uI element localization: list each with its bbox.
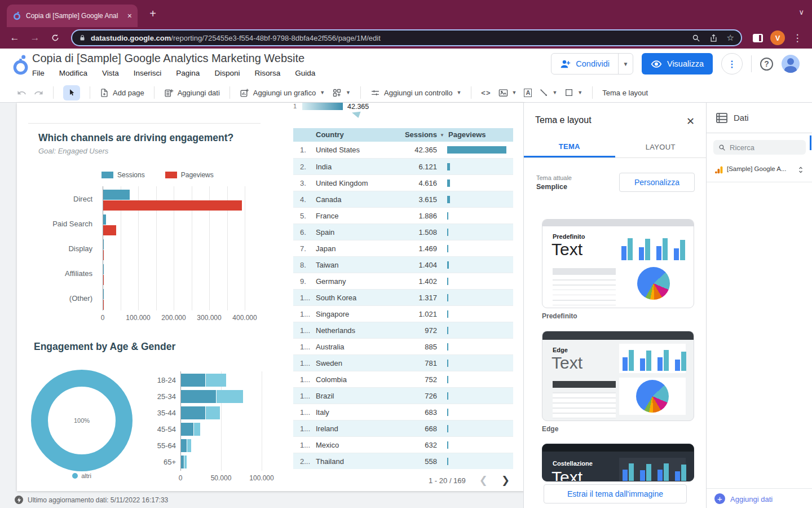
share-dropdown-caret[interactable]: ▼ xyxy=(618,54,633,74)
table-row-netherlands[interactable]: 1...Netherlands972 xyxy=(293,322,513,338)
user-avatar[interactable] xyxy=(782,55,800,73)
table-row-sweden[interactable]: 1...Sweden781 xyxy=(293,354,513,371)
menu-risorsa[interactable]: Risorsa xyxy=(254,69,280,77)
add-shape-button[interactable]: ▼ xyxy=(564,88,582,97)
table-row-india[interactable]: 2.India6.121 xyxy=(293,158,513,174)
view-button[interactable]: Visualizza xyxy=(642,53,713,75)
table-row-united-states[interactable]: 1.United States42.365 xyxy=(293,142,513,158)
age-bar-seg2-4[interactable] xyxy=(187,439,191,452)
theme-card-predefinito[interactable]: Predefinito Text xyxy=(542,219,694,308)
theme-card-costellazione[interactable]: Costellazione Text xyxy=(542,444,694,481)
menu-file[interactable]: File xyxy=(32,69,45,77)
table-row-canada[interactable]: 4.Canada3.615 xyxy=(293,191,513,207)
report-title[interactable]: Copia di [Sample] Google Analytics Marke… xyxy=(32,52,304,65)
table-row-spain[interactable]: 6.Spain1.508 xyxy=(293,224,513,240)
select-tool-button[interactable] xyxy=(63,85,80,100)
column-header-sessions[interactable]: Sessions xyxy=(378,130,437,139)
table-row-south-korea[interactable]: 1...South Korea1.317 xyxy=(293,289,513,305)
sessions-bar-0[interactable] xyxy=(103,190,130,200)
pageviews-bar-0[interactable] xyxy=(103,200,242,211)
table-row-germany[interactable]: 9.Germany1.402 xyxy=(293,273,513,289)
customize-theme-button[interactable]: Personalizza xyxy=(619,173,695,192)
collapse-icon[interactable] xyxy=(797,166,804,174)
back-button-icon[interactable]: ← xyxy=(7,30,23,46)
tab-search-chevron-icon[interactable]: ∨ xyxy=(798,8,804,16)
side-panel-icon[interactable] xyxy=(750,30,766,46)
pageviews-bar-2[interactable] xyxy=(103,250,104,260)
table-row-thailand[interactable]: 2...Thailand558 xyxy=(293,453,513,469)
tab-tema[interactable]: TEMA xyxy=(524,137,615,157)
sessions-bar-3[interactable] xyxy=(103,264,104,274)
column-header-country[interactable]: Country xyxy=(316,130,344,139)
add-data-link[interactable]: Aggiungi dati xyxy=(730,495,773,503)
panel-scrollbar[interactable] xyxy=(810,135,811,150)
age-bar-seg1-2[interactable] xyxy=(181,406,205,419)
tab-layout[interactable]: LAYOUT xyxy=(615,137,707,157)
add-page-button[interactable]: Add page xyxy=(100,88,144,98)
age-bar-seg1-3[interactable] xyxy=(181,423,193,436)
undo-button[interactable] xyxy=(17,88,27,98)
table-row-taiwan[interactable]: 8.Taiwan1.404 xyxy=(293,256,513,273)
table-row-italy[interactable]: 1...Italy683 xyxy=(293,404,513,420)
report-canvas[interactable]: 1 42.365 Which channels are driving enga… xyxy=(17,103,524,491)
add-chart-button[interactable]: Aggiungi un grafico ▼ xyxy=(240,88,325,98)
menu-guida[interactable]: Guida xyxy=(295,69,315,77)
close-icon[interactable]: ✕ xyxy=(686,115,695,128)
data-source-row[interactable]: [Sample] Google A... xyxy=(707,161,812,178)
table-row-japan[interactable]: 7.Japan1.469 xyxy=(293,240,513,256)
theme-layout-button[interactable]: Tema e layout xyxy=(602,89,648,97)
add-data-plus-icon[interactable]: + xyxy=(714,493,725,504)
age-bar-seg1-0[interactable] xyxy=(181,374,205,387)
address-bar[interactable]: datastudio.google.com /reporting/725455e… xyxy=(71,29,742,46)
tab-close-icon[interactable]: × xyxy=(127,11,132,20)
table-row-united-kingdom[interactable]: 3.United Kingdom4.616 xyxy=(293,174,513,191)
forward-button-icon[interactable]: → xyxy=(27,30,43,46)
sessions-bar-4[interactable] xyxy=(103,289,104,299)
add-image-button[interactable]: ▼ xyxy=(498,89,517,97)
menu-inserisci[interactable]: Inserisci xyxy=(134,69,162,77)
age-bar-seg1-1[interactable] xyxy=(181,390,216,403)
browser-tab[interactable]: Copia di [Sample] Google Anal × xyxy=(7,5,138,27)
add-line-button[interactable]: ▼ xyxy=(539,88,557,97)
search-icon[interactable] xyxy=(692,34,700,42)
age-gender-donut-chart[interactable]: 100% xyxy=(31,370,133,471)
menu-modifica[interactable]: Modifica xyxy=(59,69,87,77)
age-bar-seg1-4[interactable] xyxy=(181,439,187,452)
pageviews-bar-3[interactable] xyxy=(103,275,104,285)
redo-button[interactable] xyxy=(34,88,43,98)
menu-vista[interactable]: Vista xyxy=(102,69,119,77)
table-row-australia[interactable]: 1...Australia885 xyxy=(293,338,513,354)
age-bar-seg2-2[interactable] xyxy=(206,406,219,419)
pageviews-bar-4[interactable] xyxy=(103,300,104,310)
table-row-singapore[interactable]: 1...Singapore1.021 xyxy=(293,305,513,322)
sessions-bar-2[interactable] xyxy=(103,239,104,249)
table-row-brazil[interactable]: 1...Brazil726 xyxy=(293,387,513,404)
community-visualizations-button[interactable]: ▼ xyxy=(332,88,351,98)
age-bar-seg2-5[interactable] xyxy=(184,456,187,468)
theme-card-edge[interactable]: Edge Text xyxy=(542,331,694,421)
table-row-ireland[interactable]: 1...Ireland668 xyxy=(293,420,513,436)
browser-profile-avatar[interactable]: V xyxy=(770,30,785,45)
add-data-button[interactable]: Aggiungi dati xyxy=(164,88,220,98)
reload-button-icon[interactable] xyxy=(47,30,63,46)
country-table[interactable]: Country Sessions ▼ Pageviews 1.United St… xyxy=(293,128,513,492)
next-page-icon[interactable]: ❯ xyxy=(501,474,510,487)
add-control-button[interactable]: Aggiungi un controllo ▼ xyxy=(370,88,461,98)
age-bar-seg2-0[interactable] xyxy=(206,374,226,387)
table-row-colombia[interactable]: 1...Colombia752 xyxy=(293,371,513,387)
previous-page-icon[interactable]: ❮ xyxy=(479,474,488,487)
sessions-bar-1[interactable] xyxy=(103,214,106,225)
add-text-button[interactable]: A xyxy=(524,89,532,97)
column-header-pageviews[interactable]: Pageviews xyxy=(448,130,486,139)
data-search-input[interactable] xyxy=(730,143,792,152)
extract-theme-button[interactable]: Estrai il tema dall'immagine xyxy=(544,484,687,503)
pageviews-bar-1[interactable] xyxy=(103,225,116,235)
help-icon[interactable]: ? xyxy=(760,58,773,71)
bookmark-star-icon[interactable]: ☆ xyxy=(727,33,734,43)
data-search-box[interactable] xyxy=(713,140,806,155)
new-tab-button[interactable]: + xyxy=(145,6,160,21)
table-row-france[interactable]: 5.France1.886 xyxy=(293,207,513,224)
share-icon[interactable] xyxy=(709,34,718,42)
menu-pagina[interactable]: Pagina xyxy=(176,69,200,77)
sort-descending-icon[interactable]: ▼ xyxy=(440,133,444,138)
